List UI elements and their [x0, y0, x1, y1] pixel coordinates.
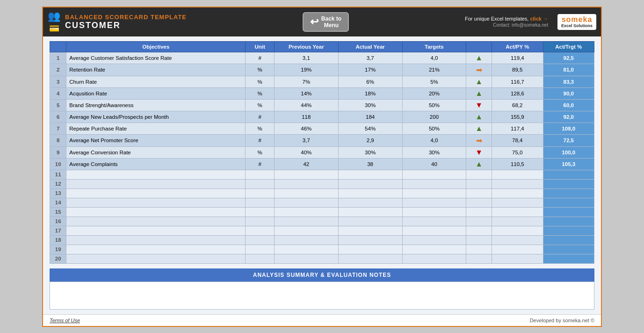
row-trend: ➡ — [466, 134, 492, 146]
col-header-unit: Unit — [246, 41, 275, 52]
row-actpy: 110,5 — [492, 158, 543, 170]
row-trend: ▲ — [466, 87, 492, 99]
row-unit: # — [246, 52, 275, 64]
row-acttrgt: 108,0 — [543, 123, 594, 134]
row-actual: 17% — [338, 64, 402, 76]
people-icon: 👥 — [48, 10, 60, 22]
row-target: 50% — [402, 123, 466, 134]
empty-obj — [66, 207, 246, 217]
row-actpy: 119,4 — [492, 52, 543, 64]
row-actual: 18% — [338, 87, 402, 99]
table-row: 6 Average New Leads/Prospects per Month … — [50, 111, 594, 123]
contact-text: Contact: info@someka.net — [493, 22, 548, 28]
row-prev: 14% — [274, 87, 338, 99]
row-acttrgt: 92,0 — [543, 111, 594, 123]
empty-row-num: 16 — [50, 217, 66, 226]
row-trend: ▲ — [466, 52, 492, 64]
row-objective: Average New Leads/Prospects per Month — [66, 111, 246, 123]
row-trend: ▲ — [466, 111, 492, 123]
row-actual: 54% — [338, 123, 402, 134]
trend-side-icon: ➡ — [476, 137, 482, 145]
col-header-num — [50, 41, 66, 52]
empty-obj — [66, 188, 246, 198]
trend-up-icon: ▲ — [475, 78, 483, 86]
trend-down-icon: ▼ — [475, 101, 483, 109]
row-num: 9 — [50, 146, 66, 158]
row-trend: ▲ — [466, 123, 492, 134]
trend-side-icon: ➡ — [476, 66, 482, 74]
row-objective: Average Net Promoter Score — [66, 134, 246, 146]
row-unit: % — [246, 87, 275, 99]
row-target: 200 — [402, 111, 466, 123]
row-num: 3 — [50, 76, 66, 87]
col-header-acttrgt: Act/Trgt % — [543, 41, 594, 52]
terms-of-use-link[interactable]: Terms of Use — [50, 318, 80, 323]
footer: Terms of Use Developed by someka.net © — [43, 314, 601, 326]
row-trend: ▼ — [466, 146, 492, 158]
row-unit: % — [246, 99, 275, 111]
empty-obj — [66, 235, 246, 245]
back-button-label: Back toMenu — [321, 15, 341, 29]
row-objective: Average Customer Satisfaction Score Rate — [66, 52, 246, 64]
trend-down-icon: ▼ — [475, 148, 483, 156]
app-container: 👥 💳 BALANCED SCORECARD TEMPLATE CUSTOMER… — [42, 7, 602, 327]
promo-link[interactable]: click → — [530, 16, 548, 22]
row-target: 4,0 — [402, 134, 466, 146]
row-actpy: 78,4 — [492, 134, 543, 146]
trend-up-icon: ▲ — [475, 124, 483, 132]
row-objective: Retention Rate — [66, 64, 246, 76]
empty-obj — [66, 179, 246, 188]
row-prev: 42 — [274, 158, 338, 170]
row-actual: 184 — [338, 111, 402, 123]
empty-table-row: 17 — [50, 226, 594, 235]
row-unit: # — [246, 158, 275, 170]
row-trend: ▼ — [466, 99, 492, 111]
row-actpy: 128,6 — [492, 87, 543, 99]
row-unit: % — [246, 76, 275, 87]
row-num: 2 — [50, 64, 66, 76]
developed-by-text: Developed by someka.net © — [530, 318, 594, 323]
empty-row-num: 14 — [50, 198, 66, 207]
template-title: BALANCED SCORECARD TEMPLATE — [65, 14, 187, 21]
table-row: 1 Average Customer Satisfaction Score Ra… — [50, 52, 594, 64]
empty-table-row: 15 — [50, 207, 594, 217]
row-num: 1 — [50, 52, 66, 64]
empty-table-row: 19 — [50, 245, 594, 254]
back-to-menu-button[interactable]: ↩ Back toMenu — [303, 12, 349, 32]
row-prev: 3,1 — [274, 52, 338, 64]
row-objective: Repeate Purchase Rate — [66, 123, 246, 134]
table-row: 9 Average Conversion Rate % 40% 30% 30% … — [50, 146, 594, 158]
empty-row-num: 17 — [50, 226, 66, 235]
empty-obj — [66, 245, 246, 254]
row-prev: 19% — [274, 64, 338, 76]
row-prev: 44% — [274, 99, 338, 111]
col-header-actpy: Act/PY % — [492, 41, 543, 52]
empty-obj — [66, 226, 246, 235]
col-header-prev: Previous Year — [274, 41, 338, 52]
row-num: 10 — [50, 158, 66, 170]
row-num: 6 — [50, 111, 66, 123]
table-row: 4 Acqusition Rate % 14% 18% 20% ▲ 128,6 … — [50, 87, 594, 99]
trend-up-icon: ▲ — [475, 54, 483, 62]
col-header-actual: Actual Year — [338, 41, 402, 52]
row-prev: 7% — [274, 76, 338, 87]
empty-table-row: 13 — [50, 188, 594, 198]
row-num: 8 — [50, 134, 66, 146]
row-acttrgt: 81,0 — [543, 64, 594, 76]
row-actual: 6% — [338, 76, 402, 87]
analysis-notes[interactable] — [50, 282, 594, 310]
trend-up-icon: ▲ — [475, 113, 483, 121]
row-target: 20% — [402, 87, 466, 99]
row-trend: ➡ — [466, 64, 492, 76]
table-row: 2 Retention Rate % 19% 17% 21% ➡ 89,5 81… — [50, 64, 594, 76]
trend-up-icon: ▲ — [475, 89, 483, 97]
empty-table-row: 14 — [50, 198, 594, 207]
empty-row-num: 15 — [50, 207, 66, 217]
empty-table-row: 18 — [50, 235, 594, 245]
empty-row-num: 19 — [50, 245, 66, 254]
analysis-bar: ANALYSIS SUMMARY & EVALUATION NOTES — [50, 268, 594, 282]
row-unit: % — [246, 146, 275, 158]
logo-sub-text: Excel Solutions — [561, 23, 593, 28]
scorecard-table: Objectives Unit Previous Year Actual Yea… — [50, 41, 594, 264]
logo-main-text: someka — [562, 16, 593, 23]
